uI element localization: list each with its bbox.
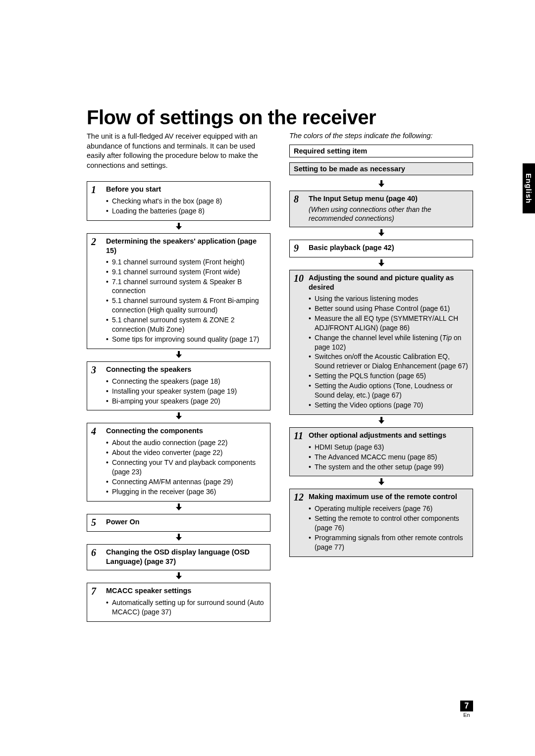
legend-required: Required setting item xyxy=(289,145,473,157)
arrow-down-icon xyxy=(289,478,473,487)
list-item: 9.1 channel surround system (Front heigh… xyxy=(106,257,266,267)
step-title: Connecting the components xyxy=(106,426,203,436)
step-number: 10 xyxy=(294,273,304,283)
step-10: 10Adjusting the sound and picture qualit… xyxy=(289,270,473,414)
page-content: Flow of settings on the receiver The uni… xyxy=(87,106,473,622)
arrow-down-icon xyxy=(87,351,270,359)
list-item: Using the various listening modes xyxy=(309,294,469,303)
list-item: Programming signals from other remote co… xyxy=(309,533,469,552)
list-item: Better sound using Phase Control (page 6… xyxy=(309,304,469,313)
list-item: 5.1 channel surround system & ZONE 2 con… xyxy=(106,315,266,334)
step-bullets: HDMI Setup (page 63)The Advanced MCACC m… xyxy=(309,443,469,472)
page-number-box: 7 En xyxy=(460,701,473,718)
step-number: 5 xyxy=(91,517,101,527)
step-title: Making maximum use of the remote control xyxy=(309,492,457,502)
list-item: Installing your speaker system (page 19) xyxy=(106,387,266,396)
step-title: Connecting the speakers xyxy=(106,365,191,374)
list-item: The Advanced MCACC menu (page 85) xyxy=(309,453,469,462)
page-number: 7 xyxy=(460,701,473,711)
step-number: 6 xyxy=(91,548,101,557)
list-item: Setting the Audio options (Tone, Loudnes… xyxy=(309,381,469,400)
step-3: 3Connecting the speakersConnecting the s… xyxy=(87,361,270,411)
step-8: 8The Input Setup menu (page 40)(When usi… xyxy=(289,191,473,227)
step-number: 4 xyxy=(91,426,101,436)
page-language-abbrev: En xyxy=(460,712,473,718)
arrow-down-icon xyxy=(289,259,473,268)
page-title: Flow of settings on the receiver xyxy=(87,106,473,129)
step-title: Other optional adjustments and settings xyxy=(309,431,446,440)
legend-intro: The colors of the steps indicate the fol… xyxy=(289,132,473,140)
step-title: Adjusting the sound and picture quality … xyxy=(309,273,469,292)
list-item: Some tips for improving sound quality (p… xyxy=(106,335,266,344)
arrow-down-icon xyxy=(87,572,270,581)
step-title: Basic playback (page 42) xyxy=(309,243,394,252)
list-item: About the audio connection (page 22) xyxy=(106,438,266,448)
step-bullets: Checking what's in the box (page 8)Loadi… xyxy=(106,197,266,216)
arrow-down-icon xyxy=(87,534,270,542)
step-5: 5Power On xyxy=(87,514,270,532)
legend-optional: Setting to be made as necessary xyxy=(289,162,473,175)
list-item: Switches on/off the Acoustic Calibration… xyxy=(309,352,469,371)
list-item: HDMI Setup (page 63) xyxy=(309,443,469,452)
step-number: 12 xyxy=(294,492,304,502)
step-title: MCACC speaker settings xyxy=(106,586,191,596)
list-item: Loading the batteries (page 8) xyxy=(106,206,266,216)
step-bullets: 9.1 channel surround system (Front heigh… xyxy=(106,257,266,344)
arrow-down-icon xyxy=(87,223,270,231)
list-item: Connecting AM/FM antennas (page 29) xyxy=(106,477,266,487)
list-item: Setting the Video options (page 70) xyxy=(309,401,469,410)
step-number: 3 xyxy=(91,365,101,375)
step-number: 8 xyxy=(294,194,304,204)
step-title: Power On xyxy=(106,517,140,527)
step-bullets: Automatically setting up for surround so… xyxy=(106,598,266,617)
list-item: Connecting the speakers (page 18) xyxy=(106,377,266,386)
list-item: Setting the PQLS function (page 65) xyxy=(309,371,469,381)
step-bullets: Connecting the speakers (page 18)Install… xyxy=(106,377,266,406)
step-number: 1 xyxy=(91,185,101,195)
step-2: 2Determining the speakers' application (… xyxy=(87,233,270,349)
step-note: (When using connections other than the r… xyxy=(309,205,469,223)
arrow-down-icon xyxy=(87,412,270,421)
step-number: 11 xyxy=(294,431,304,441)
step-9: 9Basic playback (page 42) xyxy=(289,240,473,257)
step-bullets: Operating multiple receivers (page 76)Se… xyxy=(309,504,469,552)
arrow-down-icon xyxy=(289,417,473,425)
list-item: The system and the other setup (page 99) xyxy=(309,462,469,472)
list-item: 5.1 channel surround system & Front Bi-a… xyxy=(106,296,266,315)
list-item: 7.1 channel surround system & Speaker B … xyxy=(106,277,266,296)
step-bullets: About the audio connection (page 22)Abou… xyxy=(106,438,266,496)
list-item: Automatically setting up for surround so… xyxy=(106,598,266,617)
intro-paragraph: The unit is a full-fledged AV receiver e… xyxy=(87,132,270,170)
arrow-down-icon xyxy=(87,504,270,512)
list-item: Connecting your TV and playback componen… xyxy=(106,458,266,477)
step-number: 7 xyxy=(91,586,101,596)
arrow-down-icon xyxy=(289,180,473,189)
right-column: The colors of the steps indicate the fol… xyxy=(289,132,473,622)
step-bullets: Using the various listening modesBetter … xyxy=(309,294,469,410)
list-item: 9.1 channel surround system (Front wide) xyxy=(106,267,266,277)
step-title: Determining the speakers' application (p… xyxy=(106,237,266,255)
step-title: Before you start xyxy=(106,185,161,194)
list-item: Bi-amping your speakers (page 20) xyxy=(106,397,266,406)
step-7: 7MCACC speaker settingsAutomatically set… xyxy=(87,583,270,622)
step-12: 12Making maximum use of the remote contr… xyxy=(289,489,473,556)
list-item: Operating multiple receivers (page 76) xyxy=(309,504,469,513)
list-item: About the video converter (page 22) xyxy=(106,448,266,457)
arrow-down-icon xyxy=(289,229,473,238)
step-number: 9 xyxy=(294,243,304,253)
step-1: 1Before you startChecking what's in the … xyxy=(87,181,270,221)
list-item: Measure the all EQ type (SYMMETRY/ALL CH… xyxy=(309,314,469,333)
list-item: Plugging in the receiver (page 36) xyxy=(106,487,266,497)
step-6: 6Changing the OSD display language (OSD … xyxy=(87,544,270,571)
step-11: 11Other optional adjustments and setting… xyxy=(289,427,473,477)
list-item: Change the channel level while listening… xyxy=(309,333,469,352)
list-item: Setting the remote to control other comp… xyxy=(309,514,469,533)
step-4: 4Connecting the componentsAbout the audi… xyxy=(87,423,270,501)
language-side-tab: English xyxy=(523,163,535,213)
step-title: The Input Setup menu (page 40) xyxy=(309,194,418,203)
step-title: Changing the OSD display language (OSD L… xyxy=(106,548,266,566)
step-number: 2 xyxy=(91,237,101,247)
left-column: The unit is a full-fledged AV receiver e… xyxy=(87,132,270,622)
list-item: Checking what's in the box (page 8) xyxy=(106,197,266,206)
